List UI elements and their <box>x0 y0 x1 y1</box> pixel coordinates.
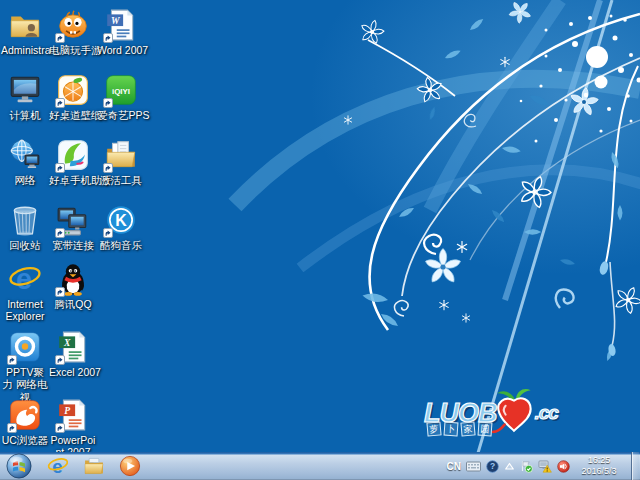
taskbar-ie-button[interactable]: e <box>42 454 74 478</box>
computer-monitor-icon <box>8 73 42 107</box>
desktop-icon-pc-mobile-games[interactable]: 电脑玩手游 <box>49 8 97 56</box>
language-indicator[interactable]: CN <box>447 461 461 472</box>
desktop-icon-label: 电脑玩手游 <box>49 44 97 56</box>
qq-penguin-icon <box>56 262 90 296</box>
stamp-char: 卜 <box>444 422 459 437</box>
ie-icon: e <box>47 455 69 477</box>
desktop-icon-recycle-bin[interactable]: 回收站 <box>1 203 49 251</box>
action-center-flag-icon[interactable] <box>520 460 533 473</box>
folder-with-files-icon <box>104 138 138 172</box>
shortcut-arrow-icon <box>7 355 17 365</box>
show-desktop-button[interactable] <box>631 452 639 480</box>
shortcut-arrow-icon <box>103 228 113 238</box>
shortcut-arrow-icon <box>55 163 65 173</box>
desktop-icon-label: 网络 <box>1 174 49 186</box>
system-tray: CN ? <box>447 452 640 480</box>
kugou-icon: K <box>104 203 138 237</box>
desktop-icon-broadband-connection[interactable]: 宽带连接 <box>49 203 97 251</box>
desktop-icon-uc-browser[interactable]: UC浏览器 <box>1 398 49 446</box>
shortcut-arrow-icon <box>103 33 113 43</box>
svg-text:iQIYI: iQIYI <box>112 87 130 96</box>
desktop-icon-label: 回收站 <box>1 239 49 251</box>
help-icon[interactable]: ? <box>486 460 499 473</box>
svg-text:?: ? <box>490 461 495 471</box>
network-warning-icon[interactable] <box>538 460 552 473</box>
desktop-icon-word-2007[interactable]: W Word 2007 <box>97 8 145 56</box>
radish-logo-icon <box>492 387 538 435</box>
phone-assistant-icon <box>56 138 90 172</box>
desktop-icon-label: UC浏览器 <box>1 434 49 446</box>
shortcut-arrow-icon <box>55 287 65 297</box>
desktop-icon-label: 爱奇艺PPS <box>97 109 145 121</box>
svg-text:K: K <box>115 212 127 229</box>
iqiyi-icon: iQIYI <box>104 73 138 107</box>
desktop-icon-tencent-qq[interactable]: 腾讯QQ <box>49 262 97 310</box>
shortcut-arrow-icon <box>103 163 113 173</box>
tray-time: 16:25 <box>575 455 623 466</box>
desktop-icon-haozhuo-phone-assistant[interactable]: 好卓手机助手 <box>49 138 97 186</box>
network-globe-icon <box>8 138 42 172</box>
desktop-icon-computer[interactable]: 计算机 <box>1 73 49 121</box>
keyboard-icon[interactable] <box>466 461 481 472</box>
svg-text:P: P <box>64 405 70 416</box>
desktop-icon-haozhuodao-wallpaper[interactable]: 好桌道壁纸 <box>49 73 97 121</box>
shortcut-arrow-icon <box>55 33 65 43</box>
desktop-icon-iqiyi-pps[interactable]: iQIYI 爱奇艺PPS <box>97 73 145 121</box>
explorer-folder-icon <box>83 455 105 477</box>
desktop-icon-pptv[interactable]: PPTV聚力 网络电视 <box>1 330 49 403</box>
desktop-icon-label: 腾讯QQ <box>49 298 97 310</box>
tray-date: 2016/5/3 <box>575 466 623 477</box>
desktop-icon-label: Administra... <box>1 44 49 56</box>
desktop-icon-label: 激活工具 <box>97 174 145 186</box>
shortcut-arrow-icon <box>55 355 65 365</box>
shortcut-arrow-icon <box>55 98 65 108</box>
shortcut-arrow-icon <box>7 423 17 433</box>
stamp-char: 家 <box>460 421 475 436</box>
taskbar: e CN <box>0 452 640 480</box>
desktop-icon-label: 好桌道壁纸 <box>49 109 97 121</box>
taskbar-explorer-button[interactable] <box>78 454 110 478</box>
desktop-icon-activation-tools[interactable]: 激活工具 <box>97 138 145 186</box>
game-monster-icon <box>56 8 90 42</box>
desktop-icon-administrator[interactable]: Administra... <box>1 8 49 56</box>
recycle-bin-icon <box>8 203 42 237</box>
desktop-icon-label: Word 2007 <box>97 44 145 56</box>
broadband-monitors-icon <box>56 203 90 237</box>
desktop-icon-internet-explorer[interactable]: e Internet Explorer <box>1 262 49 323</box>
word-document-icon: W <box>104 8 138 42</box>
desktop-icon-label: 酷狗音乐 <box>97 239 145 251</box>
volume-red-icon[interactable] <box>557 460 570 473</box>
shortcut-arrow-icon <box>55 423 65 433</box>
desktop-icon-network[interactable]: 网络 <box>1 138 49 186</box>
powerpoint-document-icon: P <box>56 398 90 432</box>
desktop-icon-label: Internet Explorer <box>1 298 49 323</box>
desktop[interactable]: Administra... 电脑玩手游 W <box>0 0 640 480</box>
luobo-watermark: LUOB .cc 萝 卜 家 园 <box>424 391 584 445</box>
hidden-icons-arrow-icon[interactable] <box>504 461 515 472</box>
tangerine-wallpaper-icon <box>56 73 90 107</box>
ie-icon: e <box>8 262 42 296</box>
desktop-icon-powerpoint-2007[interactable]: P PowerPoint 2007 <box>49 398 97 459</box>
desktop-icon-label: 计算机 <box>1 109 49 121</box>
media-player-icon <box>119 455 141 477</box>
shortcut-arrow-icon <box>103 98 113 108</box>
watermark-stamp: 萝 卜 家 园 <box>427 422 492 436</box>
stamp-char: 园 <box>478 422 493 437</box>
stamp-char: 萝 <box>426 421 441 436</box>
desktop-icon-excel-2007[interactable]: X Excel 2007 <box>49 330 97 378</box>
start-button[interactable] <box>6 453 32 479</box>
tray-clock[interactable]: 16:25 2016/5/3 <box>575 455 623 478</box>
desktop-icon-label: 好卓手机助手 <box>49 174 97 186</box>
watermark-suffix-text: .cc <box>535 402 558 424</box>
shortcut-arrow-icon <box>55 228 65 238</box>
uc-squirrel-icon <box>8 398 42 432</box>
pptv-icon <box>8 330 42 364</box>
windows-start-icon <box>6 453 32 479</box>
user-folder-icon <box>8 8 42 42</box>
desktop-icon-label: 宽带连接 <box>49 239 97 251</box>
desktop-icon-kugou-music[interactable]: K 酷狗音乐 <box>97 203 145 251</box>
svg-text:X: X <box>63 337 71 348</box>
desktop-icon-label: Excel 2007 <box>49 366 97 378</box>
taskbar-media-player-button[interactable] <box>114 454 146 478</box>
excel-document-icon: X <box>56 330 90 364</box>
